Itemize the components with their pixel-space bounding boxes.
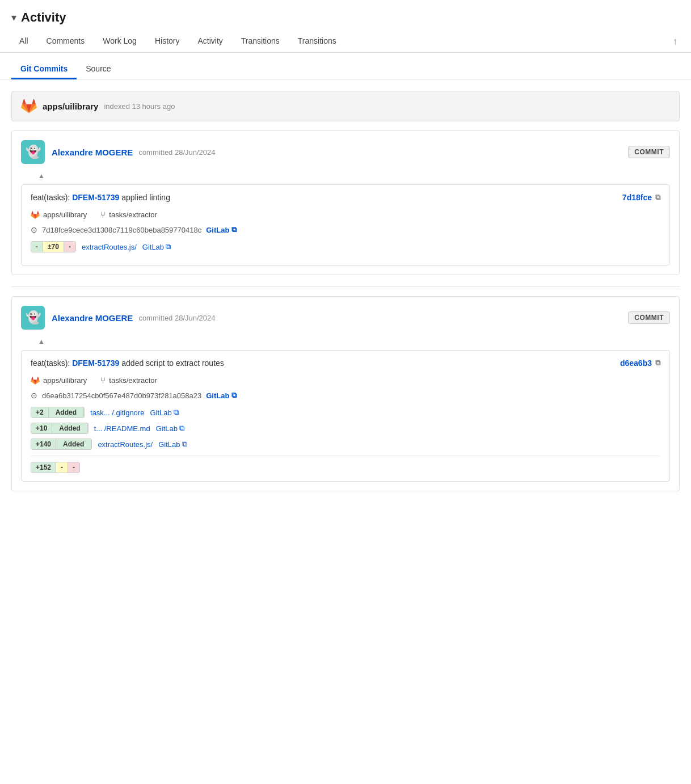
tab-transitions-1[interactable]: Transitions <box>233 31 288 52</box>
repo-info-item-repo-2: apps/uilibrary <box>31 376 87 385</box>
gitlab-file-link-2-2[interactable]: GitLab ⧉ <box>158 440 187 449</box>
diff-stat-2-0: +2 Added <box>31 407 85 418</box>
commit-card-2: 👻 Alexandre MOGERE committed 28/Jun/2024… <box>11 296 680 491</box>
top-tabs: All Comments Work Log History Activity T… <box>0 31 691 53</box>
diff-add-1-0: - <box>31 242 43 252</box>
repo-info-item-branch-1: ⑂ tasks/extractor <box>100 210 157 220</box>
commit-message-prefix-2: feat(tasks): <box>31 359 70 368</box>
gitlab-file-link-text-2-1: GitLab <box>156 424 178 433</box>
commit-detail-1: feat(tasks): DFEM-51739 applied linting … <box>21 184 670 265</box>
branch-label-1: tasks/extractor <box>109 210 157 219</box>
diff-label-2-0: Added <box>49 407 84 418</box>
file-diff-row-2-2: +140 Added extractRoutes.js/ GitLab ⧉ <box>31 439 660 450</box>
divider-1 <box>11 286 680 287</box>
tab-source[interactable]: Source <box>77 60 120 79</box>
commit-badge-1: COMMIT <box>628 146 670 158</box>
summary-del-2: - <box>68 462 79 473</box>
gitlab-file-link-text-2-0: GitLab <box>150 408 171 417</box>
content-area: apps/uilibrary indexed 13 hours ago 👻 Al… <box>0 79 691 514</box>
gitlab-logo-icon <box>21 98 37 114</box>
committed-date-1: committed 28/Jun/2024 <box>138 148 215 157</box>
hash-icon-1: ⊙ <box>31 225 37 234</box>
tab-all[interactable]: All <box>11 31 36 52</box>
commit-meta-2: Alexandre MOGERE committed 28/Jun/2024 <box>52 313 621 323</box>
file-link-2-2[interactable]: extractRoutes.js/ <box>98 440 153 449</box>
branch-icon-2: ⑂ <box>100 376 106 385</box>
gitlab-small-icon-2 <box>31 376 40 385</box>
external-file-icon-2-0: ⧉ <box>174 408 179 417</box>
commit-message-prefix-1: feat(tasks): <box>31 193 70 202</box>
gitlab-file-link-2-0[interactable]: GitLab ⧉ <box>150 408 178 417</box>
commit-hash-text-1: 7d18fce <box>622 193 652 202</box>
commit-message-row-2: feat(tasks): DFEM-51739 added script to … <box>31 359 660 368</box>
commit-message-suffix-1: applied linting <box>121 193 170 202</box>
commit-pointer-2: ▲ <box>38 338 670 345</box>
external-file-icon-1-0: ⧉ <box>166 242 171 251</box>
file-link-2-1[interactable]: t... /README.md <box>94 424 150 433</box>
commit-message-2: feat(tasks): DFEM-51739 added script to … <box>31 359 224 368</box>
file-diff-row-1-0: - ±70 - extractRoutes.js/ GitLab ⧉ <box>31 241 660 252</box>
tab-git-commits[interactable]: Git Commits <box>11 60 77 79</box>
repo-header: apps/uilibrary indexed 13 hours ago <box>11 91 680 121</box>
tab-activity[interactable]: Activity <box>189 31 230 52</box>
gitlab-small-icon-1 <box>31 210 40 220</box>
diff-add-2-0: +2 <box>31 407 49 418</box>
full-hash-text-2: d6ea6b317254cb0f567e487d0b973f281a058a23 <box>42 391 201 400</box>
file-diff-row-2-1: +10 Added t... /README.md GitLab ⧉ <box>31 423 660 434</box>
full-hash-text-1: 7d18fce9cece3d1308c7119c60beba859770418c <box>42 226 201 234</box>
repo-indexed-time: indexed 13 hours ago <box>104 102 175 111</box>
diff-stat-1-0: - ±70 - <box>31 241 76 252</box>
hash-icon-2: ⊙ <box>31 391 37 400</box>
tab-transitions-2[interactable]: Transitions <box>290 31 344 52</box>
external-icon-2: ⧉ <box>231 391 237 400</box>
gitlab-file-link-1-0[interactable]: GitLab ⧉ <box>142 242 171 251</box>
file-diff-row-2-0: +2 Added task... /.gitignore GitLab ⧉ <box>31 407 660 418</box>
copy-icon-1[interactable]: ⧉ <box>655 193 660 202</box>
tab-history[interactable]: History <box>147 31 188 52</box>
sub-tabs: Git Commits Source <box>0 53 691 79</box>
commit-full-hash-row-2: ⊙ d6ea6b317254cb0f567e487d0b973f281a058a… <box>31 391 660 400</box>
gitlab-hash-link-2[interactable]: GitLab ⧉ <box>206 391 237 400</box>
external-file-icon-2-2: ⧉ <box>182 440 187 449</box>
tab-comments[interactable]: Comments <box>39 31 93 52</box>
avatar-2: 👻 <box>21 306 45 330</box>
copy-icon-2[interactable]: ⧉ <box>655 359 660 368</box>
commit-card-1: 👻 Alexandre MOGERE committed 28/Jun/2024… <box>11 130 680 275</box>
scroll-up-arrow-icon[interactable]: ↑ <box>671 32 680 51</box>
commit-full-hash-row-1: ⊙ 7d18fce9cece3d1308c7119c60beba85977041… <box>31 225 660 234</box>
commit-hash-1[interactable]: 7d18fce ⧉ <box>622 193 660 202</box>
page-title: Activity <box>21 10 66 25</box>
commit-repo-info-1: apps/uilibrary ⑂ tasks/extractor <box>31 210 660 220</box>
issue-link-2[interactable]: DFEM-51739 <box>72 359 119 368</box>
commit-message-1: feat(tasks): DFEM-51739 applied linting <box>31 193 170 202</box>
issue-link-1[interactable]: DFEM-51739 <box>72 193 119 202</box>
commit-message-suffix-2: added script to extract routes <box>121 359 224 368</box>
commit-repo-info-2: apps/uilibrary ⑂ tasks/extractor <box>31 376 660 385</box>
repo-label-2: apps/uilibrary <box>43 376 87 385</box>
file-link-2-0[interactable]: task... /.gitignore <box>90 408 144 417</box>
tab-worklog[interactable]: Work Log <box>95 31 145 52</box>
summary-add-2: +152 <box>31 462 56 473</box>
file-link-1-0[interactable]: extractRoutes.js/ <box>82 243 137 251</box>
diff-stat-2-2: +140 Added <box>31 439 92 450</box>
committed-date-2: committed 28/Jun/2024 <box>138 314 215 322</box>
external-icon-1: ⧉ <box>231 225 237 234</box>
commit-card-header-1: 👻 Alexandre MOGERE committed 28/Jun/2024… <box>21 140 670 164</box>
chevron-down-icon[interactable]: ▾ <box>11 11 16 24</box>
commit-hash-2[interactable]: d6ea6b3 ⧉ <box>620 359 660 368</box>
repo-info-item-branch-2: ⑂ tasks/extractor <box>100 376 157 385</box>
commit-detail-2: feat(tasks): DFEM-51739 added script to … <box>21 350 670 482</box>
commit-pointer-1: ▲ <box>38 172 670 180</box>
author-name-1: Alexandre MOGERE <box>52 147 133 157</box>
diff-add-2-1: +10 <box>31 423 52 433</box>
gitlab-file-link-text-1-0: GitLab <box>142 243 164 251</box>
avatar-1: 👻 <box>21 140 45 164</box>
summary-mid-2: - <box>56 462 68 473</box>
gitlab-hash-link-1[interactable]: GitLab ⧉ <box>206 225 237 234</box>
gitlab-file-link-2-1[interactable]: GitLab ⧉ <box>156 424 184 433</box>
commit-message-row-1: feat(tasks): DFEM-51739 applied linting … <box>31 193 660 202</box>
summary-diff-row-2: +152 - - <box>31 456 660 473</box>
repo-label-1: apps/uilibrary <box>43 210 87 219</box>
repo-info-item-repo-1: apps/uilibrary <box>31 210 87 220</box>
commit-badge-2: COMMIT <box>628 311 670 324</box>
